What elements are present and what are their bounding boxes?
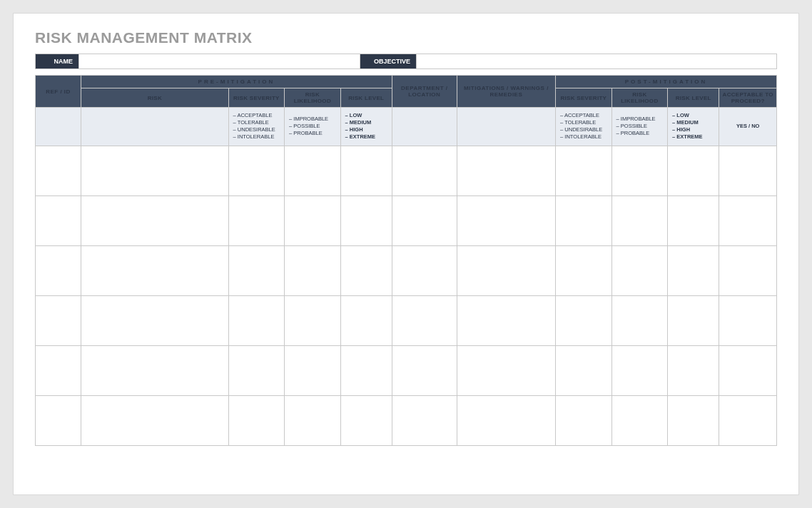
name-label: NAME [36, 54, 78, 68]
desc-likelihood: – IMPROBABLE – POSSIBLE – PROBABLE [285, 108, 340, 146]
descriptor-row: – ACCEPTABLE – TOLERABLE – UNDESIRABLE –… [36, 108, 777, 146]
page-title: RISK MANAGEMENT MATRIX [35, 29, 777, 46]
th-acceptable: ACCEPTABLE TO PROCEED? [719, 88, 777, 108]
th-post-group: POST-MITIGATION [556, 76, 777, 88]
objective-label: OBJECTIVE [360, 54, 416, 68]
desc-post-likelihood: – IMPROBABLE – POSSIBLE – PROBABLE [611, 108, 667, 146]
th-risk: RISK [81, 88, 229, 108]
desc-ref [36, 108, 81, 146]
desc-level: – LOW – MEDIUM – HIGH – EXTREME [340, 108, 392, 146]
desc-post-severity: – ACCEPTABLE – TOLERABLE – UNDESIRABLE –… [556, 108, 611, 146]
th-department: DEPARTMENT / LOCATION [392, 76, 457, 108]
table-row [36, 395, 777, 445]
desc-acceptable: YES / NO [719, 108, 777, 146]
document-page: RISK MANAGEMENT MATRIX NAME OBJECTIVE RE… [13, 13, 799, 495]
risk-matrix-table: REF / ID PRE-MITIGATION DEPARTMENT / LOC… [35, 75, 777, 446]
th-risk-severity: RISK SEVERITY [228, 88, 284, 108]
th-pre-group: PRE-MITIGATION [81, 76, 392, 88]
desc-department [392, 108, 457, 146]
desc-mitigations [457, 108, 555, 146]
objective-field[interactable] [416, 54, 776, 68]
th-ref: REF / ID [36, 76, 81, 108]
th-post-risk-severity: RISK SEVERITY [556, 88, 611, 108]
header-bar: NAME OBJECTIVE [35, 54, 777, 69]
desc-severity: – ACCEPTABLE – TOLERABLE – UNDESIRABLE –… [228, 108, 284, 146]
th-post-risk-level: RISK LEVEL [668, 88, 719, 108]
table-row [36, 345, 777, 395]
table-row [36, 146, 777, 195]
name-field[interactable] [78, 54, 360, 68]
th-mitigations: MITIGATIONS / WARNINGS / REMEDIES [457, 76, 555, 108]
th-risk-level: RISK LEVEL [340, 88, 392, 108]
desc-risk [81, 108, 229, 146]
desc-post-level: – LOW – MEDIUM – HIGH – EXTREME [668, 108, 719, 146]
th-post-risk-likelihood: RISK LIKELIHOOD [611, 88, 667, 108]
table-row [36, 195, 777, 245]
table-row [36, 245, 777, 295]
table-row [36, 295, 777, 345]
th-risk-likelihood: RISK LIKELIHOOD [285, 88, 340, 108]
